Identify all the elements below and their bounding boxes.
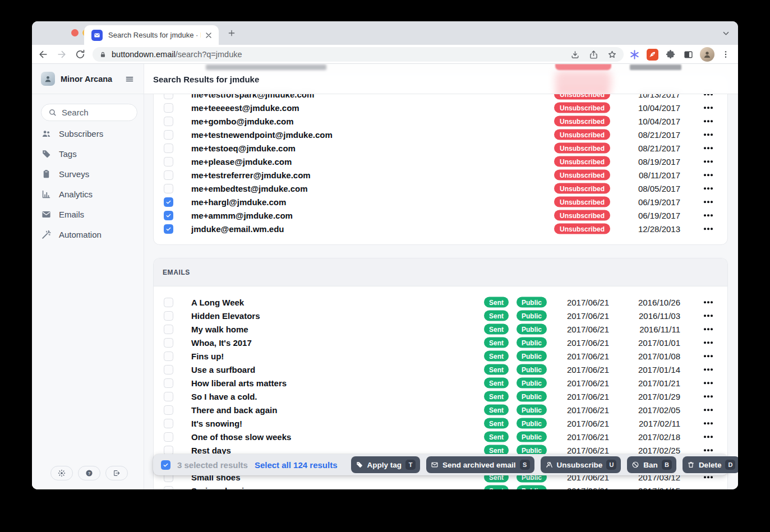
select-all-checkbox[interactable] (161, 460, 170, 470)
subscriber-email: me+testoeq@jmduke.com (191, 144, 296, 153)
sidebar-item-subscribers[interactable]: Subscribers (32, 123, 144, 144)
browser-window: Search Results for jmduke · But buttondo… (32, 21, 738, 489)
browser-menu-icon[interactable] (721, 49, 730, 59)
row-checkbox[interactable] (164, 446, 173, 455)
row-menu-button[interactable] (704, 228, 713, 230)
ban-button[interactable]: BanB (627, 456, 676, 473)
lock-icon[interactable] (99, 51, 107, 58)
row-menu-button[interactable] (704, 301, 713, 303)
sidebar-item-emails[interactable]: Emails (32, 204, 144, 224)
extension-rocket-icon[interactable] (647, 49, 658, 61)
email-row: Fins up!SentPublic2017/06/212017/01/08 (154, 349, 727, 363)
install-download-icon[interactable] (570, 50, 580, 59)
row-checkbox[interactable] (164, 486, 173, 490)
logout-button[interactable] (105, 466, 128, 480)
subscription-status-badge: Unsubscribed (554, 197, 610, 207)
sidebar-item-automation[interactable]: Automation (32, 224, 144, 244)
row-menu-button[interactable] (704, 160, 713, 163)
sidebar-collapse-icon[interactable] (125, 74, 135, 84)
row-checkbox[interactable] (164, 224, 173, 234)
profile-avatar[interactable] (700, 47, 714, 62)
unsubscribe-button[interactable]: UnsubscribeU (541, 456, 621, 473)
row-menu-button[interactable] (704, 314, 713, 317)
row-menu-button[interactable] (704, 368, 713, 371)
browser-tab[interactable]: Search Results for jmduke · But (84, 25, 219, 45)
sidebar-item-tags[interactable]: Tags (32, 144, 144, 164)
row-menu-button[interactable] (704, 449, 713, 451)
window-close-button[interactable] (71, 29, 79, 36)
sidebar-item-label: Analytics (59, 189, 93, 199)
row-menu-button[interactable] (704, 147, 713, 149)
select-all-link[interactable]: Select all 124 results (255, 460, 338, 470)
side-panel-icon[interactable] (683, 49, 694, 60)
row-checkbox[interactable] (164, 378, 173, 388)
subscription-date: 08/11/2017 (619, 170, 680, 180)
row-checkbox[interactable] (164, 351, 173, 361)
row-checkbox[interactable] (164, 325, 173, 334)
row-checkbox[interactable] (164, 419, 173, 428)
settings-button[interactable] (50, 466, 73, 480)
row-checkbox[interactable] (164, 117, 173, 126)
row-checkbox[interactable] (164, 170, 173, 180)
send-archived-email-button[interactable]: Send archived emailS (426, 456, 534, 473)
row-checkbox[interactable] (164, 405, 173, 415)
row-checkbox[interactable] (164, 184, 173, 193)
row-checkbox[interactable] (164, 432, 173, 442)
delete-button[interactable]: DeleteD (683, 456, 738, 473)
row-checkbox[interactable] (164, 311, 173, 321)
row-menu-button[interactable] (704, 395, 713, 397)
row-checkbox[interactable] (164, 298, 173, 307)
row-checkbox[interactable] (164, 130, 173, 140)
sent-badge: Sent (484, 378, 509, 388)
new-tab-button[interactable] (227, 29, 236, 38)
help-button[interactable]: ? (78, 466, 100, 480)
row-checkbox[interactable] (164, 338, 173, 348)
ban-icon (631, 461, 639, 469)
row-menu-button[interactable] (704, 120, 713, 122)
forward-button[interactable] (56, 49, 67, 60)
row-menu-button[interactable] (704, 214, 713, 216)
tab-close-icon[interactable] (204, 31, 213, 40)
apply-tag-button[interactable]: Apply tagT (351, 456, 421, 473)
row-checkbox[interactable] (164, 144, 173, 153)
address-bar[interactable]: buttondown.email/search?q=jmduke (93, 47, 624, 62)
sidebar-item-surveys[interactable]: Surveys (32, 164, 144, 184)
sidebar-search-input[interactable]: Search (41, 104, 137, 121)
row-menu-button[interactable] (704, 476, 713, 478)
page-title: Search Results for jmduke (153, 74, 259, 84)
row-menu-button[interactable] (704, 107, 713, 109)
row-checkbox[interactable] (164, 197, 173, 207)
row-checkbox[interactable] (164, 392, 173, 401)
row-checkbox[interactable] (164, 211, 173, 220)
back-button[interactable] (38, 49, 49, 60)
share-icon[interactable] (589, 50, 598, 59)
scrolled-badge-blur (555, 71, 611, 93)
row-menu-button[interactable] (704, 409, 713, 411)
row-checkbox[interactable] (164, 103, 173, 113)
reload-button[interactable] (75, 49, 86, 60)
row-menu-button[interactable] (704, 382, 713, 384)
row-menu-button[interactable] (704, 422, 713, 424)
row-menu-button[interactable] (704, 355, 713, 357)
bookmark-star-icon[interactable] (607, 50, 617, 59)
row-menu-button[interactable] (704, 201, 713, 203)
row-menu-button[interactable] (704, 187, 713, 189)
row-menu-button[interactable] (704, 341, 713, 344)
subscriber-row: me+please@jmduke.comUnsubscribed08/19/20… (154, 155, 727, 168)
row-menu-button[interactable] (704, 133, 713, 136)
sent-badge: Sent (484, 432, 509, 442)
row-menu-button[interactable] (704, 436, 713, 438)
tab-overview-chevron-icon[interactable] (722, 29, 730, 38)
row-menu-button[interactable] (704, 174, 713, 176)
email-date-2: 2017/02/11 (624, 419, 680, 428)
subscriber-email: me+testnewendpoint@jmduke.com (191, 130, 333, 140)
sidebar-item-analytics[interactable]: Analytics (32, 184, 144, 204)
row-checkbox[interactable] (164, 365, 173, 374)
extensions-puzzle-icon[interactable] (665, 49, 676, 60)
extension-asterisk-icon[interactable] (629, 49, 640, 60)
sidebar-item-label: Tags (59, 149, 77, 159)
row-menu-button[interactable] (704, 328, 713, 330)
emails-section-title: EMAILS (163, 269, 190, 276)
sent-badge: Sent (484, 311, 509, 321)
row-checkbox[interactable] (164, 157, 173, 166)
